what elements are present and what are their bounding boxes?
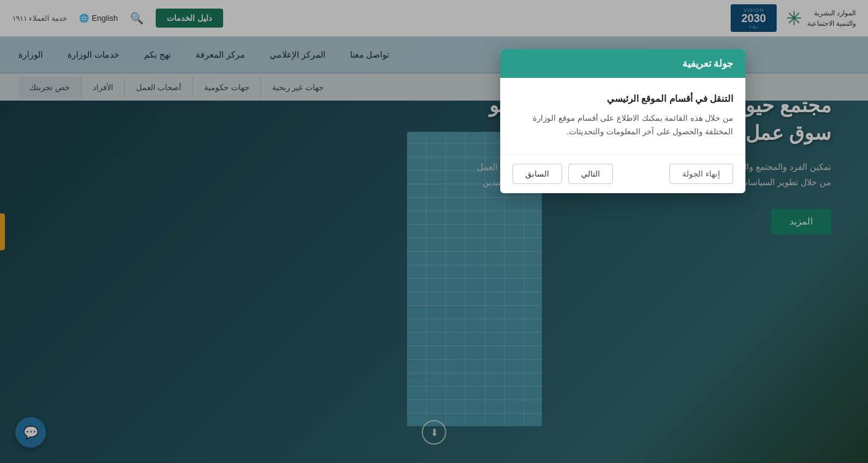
tour-modal-description: من خلال هذه القائمة يمكنك الاطلاع على أق… [512,112,733,139]
tour-nav-buttons: التالي السابق [512,164,613,184]
tour-modal-header: جولة تعريفية [500,49,745,78]
tour-modal: جولة تعريفية التنقل في أقسام الموقع الرئ… [500,49,745,193]
tour-modal-footer: إنهاء الجولة التالي السابق [500,154,745,193]
tour-next-button[interactable]: التالي [568,164,613,184]
tour-end-button[interactable]: إنهاء الجولة [669,164,733,184]
tour-prev-button[interactable]: السابق [512,164,562,184]
tour-modal-body: التنقل في أقسام الموقع الرئيسي من خلال ه… [500,78,745,154]
tour-modal-title: التنقل في أقسام الموقع الرئيسي [512,93,733,104]
